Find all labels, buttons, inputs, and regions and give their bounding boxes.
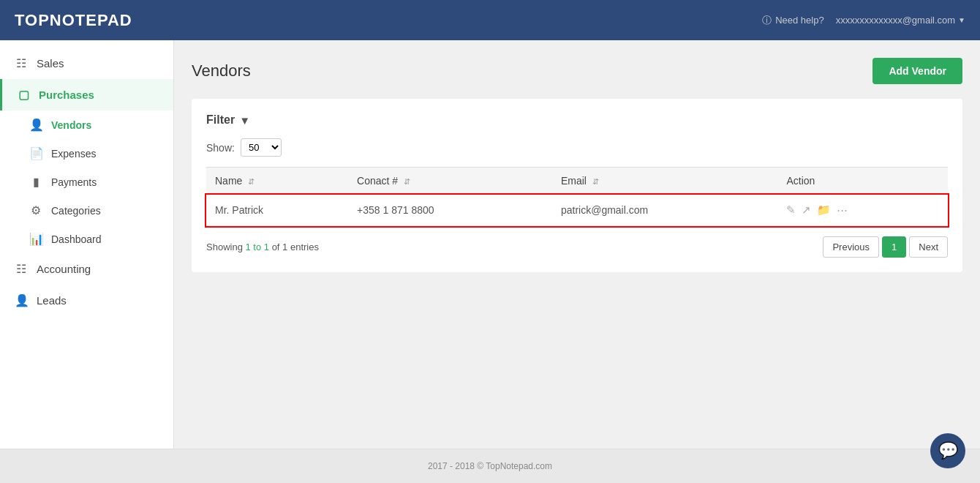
col-email: Email ⇵ [552,168,777,195]
user-menu[interactable]: xxxxxxxxxxxxxx@gmail.com ▼ [836,15,965,26]
purchases-icon: ▢ [17,88,30,102]
filter-icon: ▼ [239,114,250,127]
expenses-icon: 📄 [29,146,42,160]
page-title: Vendors [192,61,251,80]
accounting-icon: ☷ [15,262,28,276]
add-vendor-button[interactable]: Add Vendor [872,58,962,84]
sidebar-sub-dashboard[interactable]: 📊 Dashboard [0,225,173,253]
vendor-card: Filter ▼ Show: 50 10 25 100 Name ⇵ [192,99,962,272]
table-header-row: Name ⇵ Conact # ⇵ Email ⇵ Action [206,168,948,195]
more-icon[interactable]: ⋯ [837,203,848,217]
sidebar: ☷ Sales ▢ Purchases 👤 Vendors 📄 Expenses… [0,40,174,449]
leads-icon: 👤 [15,293,28,307]
vendor-contact: +358 1 871 8800 [348,195,552,226]
main-content: Vendors Add Vendor Filter ▼ Show: 50 10 … [174,40,980,449]
col-name: Name ⇵ [206,168,348,195]
sidebar-sub-expenses[interactable]: 📄 Expenses [0,139,173,168]
sidebar-item-sales[interactable]: ☷ Sales [0,48,173,79]
chevron-down-icon: ▼ [958,16,965,24]
page-1-button[interactable]: 1 [882,236,906,258]
vendor-table: Name ⇵ Conact # ⇵ Email ⇵ Action [206,167,948,226]
showing-entries: Showing 1 to 1 of 1 entries [206,242,319,252]
app-logo: TopNotepad [15,11,132,30]
help-link[interactable]: ⓘ Need help? [762,14,824,27]
layout: ☷ Sales ▢ Purchases 👤 Vendors 📄 Expenses… [0,40,980,449]
help-icon: ⓘ [762,14,772,27]
filter-bar: Filter ▼ [206,113,948,127]
header-right: ⓘ Need help? xxxxxxxxxxxxxx@gmail.com ▼ [762,14,965,27]
chat-icon: 💬 [938,441,958,460]
pagination-bar: Showing 1 to 1 of 1 entries Previous 1 N… [206,236,948,258]
footer: 2017 - 2018 © TopNotepad.com [0,449,980,483]
show-bar: Show: 50 10 25 100 [206,138,948,157]
sidebar-item-accounting[interactable]: ☷ Accounting [0,253,173,285]
sidebar-item-leads[interactable]: 👤 Leads [0,285,173,316]
show-select[interactable]: 50 10 25 100 [241,138,282,157]
col-action: Action [777,168,948,195]
categories-icon: ⚙ [29,203,42,217]
page-header: Vendors Add Vendor [192,58,962,84]
sort-email-icon[interactable]: ⇵ [592,177,599,186]
col-contact: Conact # ⇵ [348,168,552,195]
edit-icon[interactable]: ✎ [786,203,796,217]
folder-icon[interactable]: 📁 [817,203,831,217]
sort-contact-icon[interactable]: ⇵ [404,177,410,186]
table-row: Mr. Patrick +358 1 871 8800 patrick@gmai… [206,195,948,226]
vendor-name: Mr. Patrick [206,195,348,226]
vendor-actions: ✎ ↗ 📁 ⋯ [777,195,948,226]
vendor-email: patrick@gmail.com [552,195,777,226]
sort-name-icon[interactable]: ⇵ [248,177,255,186]
sidebar-sub-payments[interactable]: ▮ Payments [0,168,173,196]
chat-button[interactable]: 💬 [930,433,965,468]
pagination-controls: Previous 1 Next [823,236,948,258]
next-button[interactable]: Next [909,236,948,258]
sidebar-sub-categories[interactable]: ⚙ Categories [0,196,173,225]
sales-icon: ☷ [15,56,28,70]
header: TopNotepad ⓘ Need help? xxxxxxxxxxxxxx@g… [0,0,980,40]
previous-button[interactable]: Previous [823,236,879,258]
sidebar-item-purchases[interactable]: ▢ Purchases [0,79,173,111]
share-icon[interactable]: ↗ [802,203,811,217]
vendors-icon: 👤 [29,118,42,132]
payments-icon: ▮ [29,175,42,189]
sidebar-sub-vendors[interactable]: 👤 Vendors [0,111,173,139]
dashboard-icon: 📊 [29,232,42,246]
